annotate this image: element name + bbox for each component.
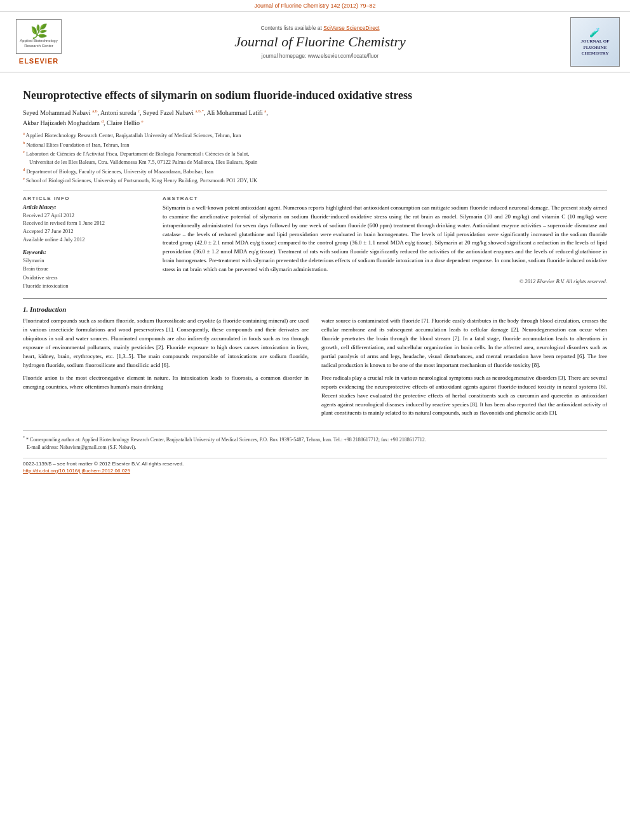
intro-body-cols: Fluorinated compounds such as sodium flu… [23,317,607,422]
intro-right-col: water source is contaminated with fluori… [321,317,607,422]
journal-logo-thumbnail: 🧪 JOURNAL OFFLUORINECHEMISTRY [570,17,620,67]
section-divider [23,298,607,299]
issn-line: 0022-1139/$ – see front matter © 2012 El… [23,461,607,467]
journal-ref-text: Journal of Fluorine Chemistry 142 (2012)… [254,3,375,9]
intro-para-4: Free radicals play a crucial role in var… [321,374,607,418]
keywords-section: Keywords: Silymarin Brain tissue Oxidati… [23,249,150,291]
keyword-silymarin: Silymarin [23,257,150,265]
sciverse-line: Contents lists available at SciVerse Sci… [80,25,560,31]
bottom-bar: 0022-1139/$ – see front matter © 2012 El… [23,458,607,474]
journal-header-center: Contents lists available at SciVerse Sci… [80,25,560,59]
main-content: Neuroprotective effects of silymarin on … [0,73,630,480]
elsevier-logo: 🌿 Applied BiotechnologyResearch Center E… [10,19,67,65]
intro-para-2: Fluoride anion is the most electronegati… [23,374,309,392]
authors-line: Seyed Mohammad Nabavi a,b, Antoni sureda… [23,108,607,128]
affiliations: a Applied Biotechnology Research Center,… [23,130,607,185]
article-info-col: ARTICLE INFO Article history: Received 2… [23,196,150,291]
introduction-section: 1. Introduction Fluorinated compounds su… [23,305,607,422]
elsevier-tree-icon: 🌿 [30,25,48,39]
elsevier-brand-text: ELSEVIER [19,57,58,65]
header-divider [23,190,607,190]
accepted-date: Accepted 27 June 2012 [23,227,150,236]
intro-para-1: Fluorinated compounds such as sodium flu… [23,317,309,370]
paper-title: Neuroprotective effects of silymarin on … [23,88,607,103]
footnote-star: * * Corresponding author at: Applied Bio… [23,435,607,444]
keyword-oxidative-stress: Oxidative stress [23,274,150,283]
keyword-brain-tissue: Brain tissue [23,265,150,274]
intro-para-3: water source is contaminated with fluori… [321,317,607,370]
footnotes-area: * * Corresponding author at: Applied Bio… [23,430,607,451]
abstract-col: ABSTRACT Silymarin is a well-known poten… [163,196,607,291]
footnote-email: E-mail address: Nabavism@gmail.com (S.F.… [23,444,607,451]
sciverse-link[interactable]: SciVerse ScienceDirect [323,25,379,31]
journal-homepage: journal homepage: www.elsevier.com/locat… [80,53,560,59]
elsevier-logo-box: 🌿 Applied BiotechnologyResearch Center [16,19,62,54]
available-online-date: Available online 4 July 2012 [23,236,150,244]
abstract-text: Silymarin is a well-known potent antioxi… [163,204,607,275]
copyright-text: © 2012 Elsevier B.V. All rights reserved… [163,278,607,284]
keywords-title: Keywords: [23,249,150,255]
article-history-title: Article history: [23,204,150,210]
journal-header: 🌿 Applied BiotechnologyResearch Center E… [0,12,630,73]
introduction-heading: 1. Introduction [23,305,607,313]
abstract-label: ABSTRACT [163,196,607,201]
article-info-label: ARTICLE INFO [23,196,150,201]
journal-title: Journal of Fluorine Chemistry [80,34,560,50]
article-history: Article history: Received 27 April 2012 … [23,204,150,244]
received-revised-date: Received in revised form 1 June 2012 [23,219,150,227]
article-info-abstract-area: ARTICLE INFO Article history: Received 2… [23,196,607,291]
keyword-fluoride-intox: Fluoride intoxication [23,282,150,291]
journal-reference-bar: Journal of Fluorine Chemistry 142 (2012)… [0,0,630,12]
doi-link[interactable]: http://dx.doi.org/10.1016/j.jfluchem.201… [23,468,607,474]
received-date: Received 27 April 2012 [23,211,150,220]
intro-left-col: Fluorinated compounds such as sodium flu… [23,317,309,422]
